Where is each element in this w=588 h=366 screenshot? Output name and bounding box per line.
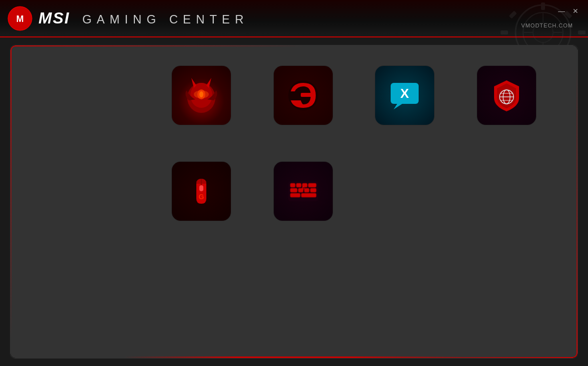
svg-point-26: [28, 144, 30, 146]
app-item-dragon-eye[interactable]: DragonEye: [155, 65, 247, 146]
svg-marker-43: [394, 104, 402, 109]
svg-text:M: M: [16, 14, 24, 24]
ez-profile-icon: [20, 64, 38, 82]
utility-icon: [20, 100, 38, 118]
svg-rect-9: [509, 10, 517, 18]
svg-rect-57: [308, 183, 316, 187]
dragon-eye-icon-wrapper[interactable]: [171, 65, 231, 125]
sidebar-item-system-monitor[interactable]: System Monitor: [10, 235, 130, 271]
title-bar-left: M msi GAMING CENTER: [7, 6, 248, 31]
sidebar-item-device-setting[interactable]: Device Setting: [10, 199, 130, 235]
svg-rect-62: [290, 193, 300, 197]
svg-text:G: G: [198, 193, 204, 201]
device-setting-icon: [20, 208, 38, 226]
svg-rect-54: [290, 183, 295, 187]
gaming-hotkey-icon-wrapper[interactable]: G: [273, 161, 333, 221]
sidebar-item-scenamax[interactable]: ScenaMax: [10, 127, 130, 163]
mystic-light-icon: [20, 172, 38, 190]
sidebar-item-label: ScenaMax: [46, 141, 81, 150]
svg-rect-60: [304, 188, 309, 192]
gaming-lan-icon-wrapper[interactable]: [477, 65, 537, 125]
gaming-lan-icon: [477, 66, 536, 125]
app-item-gaming-app[interactable]: GamingApp: [257, 65, 349, 146]
app-item-mouse-master[interactable]: G MouseMaster: [155, 161, 247, 235]
content-area: DragonEye GamingApp: [130, 45, 578, 358]
svg-text:X: X: [401, 86, 410, 101]
svg-rect-31: [27, 221, 31, 223]
sidebar-item-utility[interactable]: Utility: [10, 91, 130, 127]
svg-rect-23: [30, 110, 35, 115]
app-item-xsplit[interactable]: X Xsplit: [359, 65, 451, 146]
watermark-text: VMODTECH.COM: [521, 22, 573, 28]
gaming-hotkey-icon: G: [274, 162, 333, 221]
gaming-lan-label: Gaming LAN Manager: [488, 131, 525, 146]
sidebar-item-label: System Monitor: [46, 249, 98, 258]
svg-rect-22: [23, 110, 29, 115]
mouse-master-icon-wrapper[interactable]: G: [171, 161, 231, 221]
sidebar-item-label: Utility: [46, 105, 67, 114]
gaming-app-label: GamingApp: [286, 131, 320, 139]
system-monitor-icon: [20, 244, 38, 262]
dragon-eye-label: DragonEye: [185, 131, 217, 139]
svg-rect-30: [25, 214, 34, 219]
mouse-master-icon: G: [172, 162, 231, 221]
svg-rect-55: [296, 183, 301, 187]
svg-rect-51: [199, 185, 203, 191]
svg-rect-7: [501, 30, 508, 34]
sidebar-item-label: Mystic Light: [46, 177, 85, 186]
gaming-app-icon: [274, 66, 333, 125]
scenamax-icon: [20, 136, 38, 154]
svg-point-37: [199, 91, 203, 97]
svg-rect-61: [310, 188, 316, 192]
window-controls: — ✕: [557, 6, 581, 16]
close-button[interactable]: ✕: [571, 6, 581, 16]
title-bar: M msi GAMING CENTER VMODTE: [0, 0, 588, 37]
sidebar-item-label: Device Setting: [46, 213, 94, 222]
svg-rect-58: [290, 188, 297, 192]
bottom-accent: [124, 357, 464, 358]
msi-logo-icon: M: [7, 6, 32, 31]
gaming-app-icon-wrapper[interactable]: [273, 65, 333, 125]
main-container: EZ Profile Utility: [10, 45, 578, 359]
sidebar: EZ Profile Utility: [10, 45, 130, 358]
svg-rect-21: [30, 103, 35, 109]
app-item-gaming-hotkey[interactable]: G GamingHotkey: [257, 161, 349, 235]
sidebar-item-ez-profile[interactable]: EZ Profile: [10, 55, 130, 91]
svg-rect-63: [301, 193, 316, 197]
xsplit-icon: X: [375, 66, 434, 125]
svg-rect-19: [23, 76, 35, 79]
sidebar-item-mystic-light[interactable]: Mystic Light: [10, 163, 130, 199]
app-item-gaming-lan[interactable]: Gaming LAN Manager: [461, 65, 553, 146]
svg-rect-5: [541, 2, 545, 10]
svg-rect-8: [578, 30, 586, 34]
gaming-hotkey-label: GamingHotkey: [282, 227, 325, 235]
svg-rect-20: [23, 103, 29, 109]
dragon-eye-icon: [172, 66, 231, 125]
svg-rect-41: [301, 93, 312, 97]
minimize-button[interactable]: —: [557, 6, 567, 16]
svg-point-28: [27, 179, 31, 183]
app-title: msi GAMING CENTER: [38, 9, 248, 27]
svg-rect-17: [23, 68, 35, 71]
xsplit-icon-wrapper[interactable]: X: [375, 65, 435, 125]
svg-text:G: G: [302, 186, 305, 190]
xsplit-label: Xsplit: [397, 131, 413, 139]
sidebar-item-label: EZ Profile: [46, 69, 79, 78]
mouse-master-label: MouseMaster: [182, 227, 221, 235]
svg-rect-18: [23, 72, 35, 75]
